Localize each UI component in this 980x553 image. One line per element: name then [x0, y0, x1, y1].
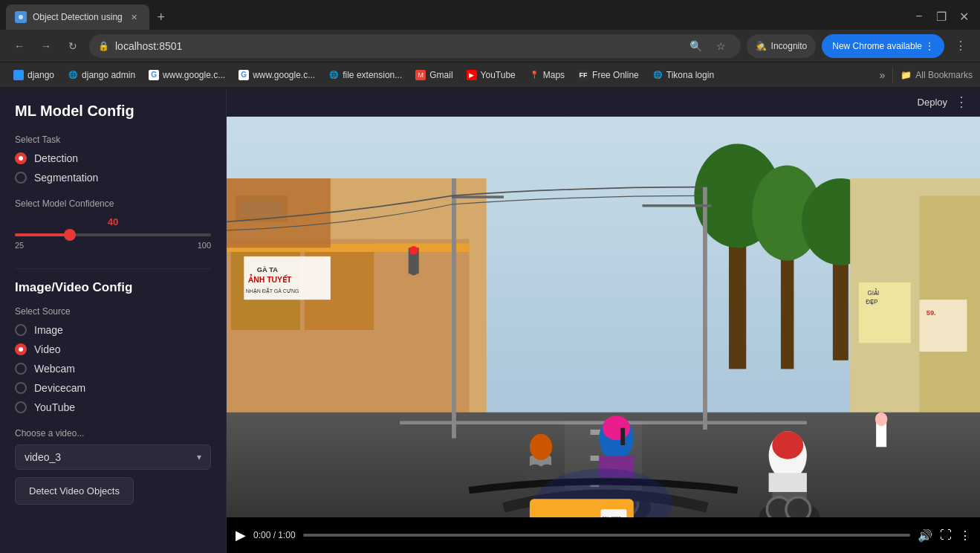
bookmark-icon: 🌐 [68, 70, 78, 80]
slider-track [15, 233, 211, 236]
bookmark-maps[interactable]: 📍 Maps [523, 65, 571, 85]
slider-min-label: 25 [15, 241, 24, 250]
bookmark-label: www.google.c... [253, 70, 315, 80]
bookmark-tikona[interactable]: 🌐 Tikona login [646, 65, 720, 85]
image-radio-circle [15, 324, 27, 336]
bookmark-icon: 🌐 [652, 70, 663, 80]
image-label: Image [34, 324, 63, 336]
new-chrome-label: New Chrome available [832, 41, 922, 51]
devicecam-label: Devicecam [34, 382, 85, 394]
back-button[interactable]: ← [9, 36, 30, 56]
svg-point-16 [409, 256, 418, 265]
selected-video-text: video_3 [25, 451, 61, 463]
confidence-value: 40 [15, 216, 211, 227]
svg-point-59 [875, 413, 887, 427]
bookmarks-divider [892, 68, 893, 83]
video-header: Deploy ⋮ [227, 88, 980, 117]
chevron-down-icon: ▾ [197, 452, 201, 462]
bookmark-label: django admin [82, 70, 135, 80]
new-tab-button[interactable]: + [151, 7, 172, 28]
svg-rect-63 [642, 204, 711, 207]
svg-rect-60 [452, 178, 456, 439]
forward-button[interactable]: → [36, 36, 56, 56]
webcam-label: Webcam [34, 363, 75, 375]
bookmark-django-admin[interactable]: 🌐 django admin [62, 65, 141, 85]
segmentation-label: Segmentation [34, 172, 98, 184]
star-icon[interactable]: ☆ [711, 36, 732, 56]
svg-rect-52 [769, 473, 807, 492]
task-section-label: Select Task [15, 135, 211, 145]
sidebar-title: ML Model Config [15, 103, 211, 120]
play-button[interactable]: ▶ [236, 527, 246, 543]
bookmark-django[interactable]: 🌐 django [7, 65, 60, 85]
new-chrome-button[interactable]: New Chrome available ⋮ [822, 34, 944, 58]
svg-rect-61 [452, 195, 504, 198]
bookmark-label: Free Online [592, 70, 639, 80]
section-divider [15, 268, 211, 269]
progress-bar[interactable] [303, 534, 910, 537]
video-controls: ▶ 0:00 / 1:00 🔊 ⛶ ⋮ [227, 517, 980, 553]
volume-button[interactable]: 🔊 [918, 528, 932, 543]
fullscreen-button[interactable]: ⛶ [940, 528, 952, 542]
bookmarks-more-button[interactable]: » [877, 66, 889, 84]
bookmark-gmail[interactable]: M Gmail [409, 65, 458, 85]
video-header-menu-icon[interactable]: ⋮ [955, 94, 968, 110]
deploy-button[interactable]: Deploy [918, 97, 947, 108]
segmentation-radio[interactable]: Segmentation [15, 172, 211, 184]
tab-bar: Object Detection using ✕ + − ❐ ✕ [0, 0, 980, 30]
search-icon[interactable]: 🔍 [686, 36, 707, 56]
svg-rect-62 [703, 187, 707, 430]
refresh-button[interactable]: ↻ [62, 36, 83, 56]
image-radio[interactable]: Image [15, 324, 211, 336]
address-bar: ← → ↻ 🔒 localhost:8501 🔍 ☆ 🕵 Incognito N… [0, 30, 980, 62]
svg-rect-46 [620, 428, 625, 445]
bookmark-icon: 🌐 [13, 70, 24, 80]
tab-favicon [15, 11, 27, 23]
maximize-button[interactable]: ❐ [931, 6, 952, 27]
segmentation-radio-circle [15, 172, 27, 184]
youtube-radio[interactable]: YouTube [15, 401, 211, 413]
bookmark-label: Tikona login [666, 70, 714, 80]
new-chrome-menu-icon: ⋮ [925, 41, 934, 51]
all-bookmarks-button[interactable]: 📁 All Bookmarks [901, 70, 973, 80]
webcam-radio[interactable]: Webcam [15, 363, 211, 375]
slider-thumb[interactable] [64, 229, 76, 241]
bookmark-icon: 📍 [529, 70, 539, 80]
task-radio-group: Detection Segmentation [15, 152, 211, 184]
video-radio[interactable]: Video [15, 343, 211, 355]
slider-fill [15, 233, 70, 236]
detection-radio[interactable]: Detection [15, 152, 211, 164]
video-select[interactable]: video_3 ▾ [15, 444, 211, 470]
bookmark-youtube[interactable]: ▶ YouTube [461, 65, 522, 85]
slider-labels: 25 100 [15, 241, 211, 250]
bookmark-google[interactable]: G www.google.c... [143, 65, 231, 85]
bookmark-file-ext[interactable]: 🌐 file extension... [322, 65, 408, 85]
bookmark-icon: ▶ [467, 70, 477, 80]
video-container: GÀ TA ẢNH TUYẾT NHẬN ĐẶT GÀ CƯNG [227, 117, 980, 517]
video-label: Video [34, 343, 61, 355]
svg-text:51L-6298: 51L-6298 [603, 516, 621, 517]
svg-rect-27 [859, 282, 911, 343]
close-button[interactable]: ✕ [953, 6, 974, 27]
devicecam-radio[interactable]: Devicecam [15, 382, 211, 394]
chrome-menu-button[interactable]: ⋮ [950, 36, 971, 56]
bookmark-icon: FF [578, 70, 588, 80]
confidence-section-label: Select Model Confidence [15, 198, 211, 209]
choose-video-label: Choose a video... [15, 428, 211, 439]
bookmark-free-online[interactable]: FF Free Online [572, 65, 645, 85]
url-box[interactable]: 🔒 localhost:8501 🔍 ☆ [89, 34, 741, 58]
source-radio-group: Image Video Webcam Devicecam YouTube [15, 324, 211, 413]
tab-close-button[interactable]: ✕ [129, 11, 140, 23]
confidence-slider[interactable] [15, 233, 211, 236]
source-section-label: Select Source [15, 306, 211, 317]
minimize-button[interactable]: − [909, 6, 929, 27]
svg-text:ẢNH TUYẾT: ẢNH TUYẾT [247, 274, 292, 284]
bookmark-google2[interactable]: G www.google.c... [233, 65, 321, 85]
video-more-button[interactable]: ⋮ [959, 528, 971, 543]
svg-point-17 [409, 267, 418, 276]
time-display: 0:00 / 1:00 [253, 530, 296, 540]
detect-button[interactable]: Detect Video Objects [15, 477, 134, 505]
active-tab[interactable]: Object Detection using ✕ [6, 4, 149, 30]
bookmark-label: www.google.c... [163, 70, 225, 80]
incognito-button[interactable]: 🕵 Incognito [747, 34, 817, 58]
